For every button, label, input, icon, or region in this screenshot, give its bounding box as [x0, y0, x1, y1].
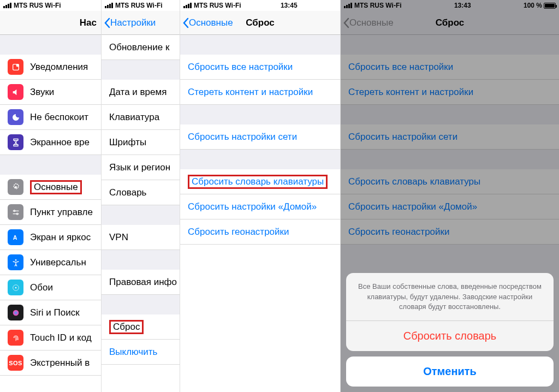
signal-icon [3, 3, 11, 8]
general-dictionary[interactable]: Словарь [102, 180, 180, 205]
general-shutdown[interactable]: Выключить [102, 340, 180, 365]
nav-header: Основные Сброс [180, 11, 340, 35]
settings-sos[interactable]: SOS Экстренный в [0, 351, 101, 376]
settings-accessibility[interactable]: Универсальн [0, 250, 101, 275]
page-title: Нас [0, 17, 101, 28]
screen-reset: MTS RUS Wi-Fi 13:45 Основные Сброс Сброс… [180, 0, 341, 392]
label: Экран и яркос [30, 232, 91, 243]
general-fonts[interactable]: Шрифты [102, 130, 180, 155]
label: Touch ID и код [30, 332, 92, 343]
sheet-destructive-action[interactable]: Сбросить словарь [346, 321, 554, 351]
svg-point-4 [16, 213, 18, 215]
nav-header: Нас [0, 11, 101, 35]
carrier-label: MTS RUS Wi-Fi [14, 2, 61, 9]
reset-erase-all[interactable]: Стереть контент и настройки [180, 80, 340, 105]
gear-icon [8, 179, 23, 195]
action-sheet: Все Ваши собственные слова, введенные по… [346, 273, 554, 387]
carrier-label: MTS RUS Wi-Fi [115, 2, 163, 9]
back-button[interactable]: Настройки [104, 17, 156, 28]
chevron-left-icon [182, 17, 189, 28]
sos-icon: SOS [8, 355, 23, 371]
label: Обои [30, 282, 53, 293]
label: Не беспокоит [30, 112, 88, 123]
label-highlighted: Основные [30, 180, 82, 194]
reset-location[interactable]: Сбросить геонастройки [180, 219, 340, 245]
general-software-update[interactable]: Обновление к [102, 35, 180, 60]
reset-home-layout[interactable]: Сбросить настройки «Домой» [180, 194, 340, 219]
touchid-icon [8, 330, 23, 346]
screen-settings-root: MTS RUS Wi-Fi Нас Уведомления Звуки Не б… [0, 0, 102, 392]
settings-dnd[interactable]: Не беспокоит [0, 105, 101, 130]
reset-network[interactable]: Сбросить настройки сети [180, 124, 340, 150]
settings-display[interactable]: A Экран и яркос [0, 225, 101, 250]
siri-icon [8, 305, 23, 320]
label: Экстренный в [30, 358, 90, 369]
label: Уведомления [30, 62, 88, 73]
reset-keyboard-dictionary[interactable]: Сбросить словарь клавиатуры [180, 169, 340, 194]
settings-touchid[interactable]: Touch ID и код [0, 325, 101, 351]
general-legal[interactable]: Правовая инфо [102, 270, 180, 295]
label: Звуки [30, 87, 54, 98]
status-bar: MTS RUS Wi-Fi [0, 0, 101, 11]
general-reset[interactable]: Сброс [102, 314, 180, 340]
sheet-cancel-button[interactable]: Отменить [346, 357, 554, 387]
reset-all-settings[interactable]: Сбросить все настройки [180, 55, 340, 80]
settings-screentime[interactable]: Экранное вре [0, 130, 101, 155]
svg-point-9 [13, 310, 19, 316]
svg-text:A: A [13, 234, 17, 241]
general-language[interactable]: Язык и регион [102, 155, 180, 180]
general-datetime[interactable]: Дата и время [102, 80, 180, 105]
settings-general[interactable]: Основные [0, 175, 101, 200]
svg-point-6 [15, 259, 16, 261]
svg-point-8 [15, 287, 16, 288]
settings-notifications[interactable]: Уведомления [0, 55, 101, 80]
screen-reset-confirm: MTS RUS Wi-Fi 13:43 100 % Основные Сброс… [341, 0, 559, 392]
back-button[interactable]: Основные [182, 17, 233, 28]
general-vpn[interactable]: VPN [102, 225, 180, 250]
svg-point-3 [14, 210, 15, 212]
signal-icon [105, 3, 113, 8]
sheet-message: Все Ваши собственные слова, введенные по… [346, 273, 554, 321]
settings-siri[interactable]: Siri и Поиск [0, 300, 101, 325]
status-bar: MTS RUS Wi-Fi 13:45 [180, 0, 340, 11]
nav-header: Настройки [102, 11, 180, 35]
label: Пункт управле [30, 207, 93, 218]
label: Siri и Поиск [30, 307, 80, 318]
label-highlighted: Сброс [109, 320, 144, 334]
accessibility-icon [8, 254, 23, 270]
settings-wallpaper[interactable]: Обои [0, 275, 101, 300]
settings-control-center[interactable]: Пункт управле [0, 200, 101, 225]
display-icon: A [8, 229, 23, 245]
status-time: 13:45 [281, 2, 298, 9]
notifications-icon [8, 59, 23, 75]
status-bar: MTS RUS Wi-Fi [102, 0, 180, 11]
label-highlighted: Сбросить словарь клавиатуры [188, 175, 328, 189]
wallpaper-icon [8, 280, 23, 295]
dnd-icon [8, 109, 23, 125]
label: Экранное вре [30, 137, 90, 148]
signal-icon [183, 3, 192, 8]
sounds-icon [8, 84, 23, 100]
carrier-label: MTS RUS Wi-Fi [194, 2, 241, 9]
control-center-icon [8, 204, 23, 220]
screentime-icon [8, 134, 23, 150]
screen-general: MTS RUS Wi-Fi Настройки Обновление к Дат… [102, 0, 180, 392]
label: Универсальн [30, 257, 86, 268]
chevron-left-icon [104, 17, 110, 28]
general-keyboard[interactable]: Клавиатура [102, 105, 180, 130]
svg-point-1 [16, 64, 19, 67]
settings-sounds[interactable]: Звуки [0, 80, 101, 105]
